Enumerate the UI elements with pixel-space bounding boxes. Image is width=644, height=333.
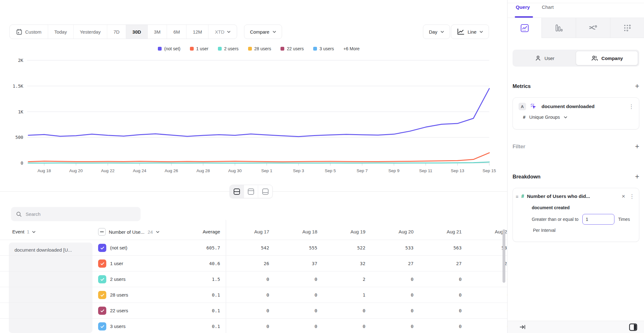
- range-3m[interactable]: 3M: [148, 25, 167, 39]
- row-value: 0: [414, 271, 462, 287]
- row-checkbox[interactable]: [98, 259, 106, 268]
- table-scrollbar[interactable]: [502, 229, 505, 283]
- row-checkbox[interactable]: [98, 244, 106, 252]
- chevron-down-icon: [156, 231, 159, 233]
- date-column-header[interactable]: Aug 20: [366, 224, 414, 240]
- row-value: 27: [414, 256, 462, 271]
- scope-user-button[interactable]: User: [514, 51, 576, 65]
- row-checkbox[interactable]: [98, 275, 106, 283]
- chevron-down-icon: [480, 31, 483, 33]
- range-custom[interactable]: Custom: [10, 25, 48, 39]
- main-content: CustomTodayYesterday7D30D3M6M12MXTD Comp…: [0, 0, 507, 333]
- scope-company-button[interactable]: Company: [576, 51, 638, 65]
- breakdown-card[interactable]: ≡ # Number of Users who did... × ⋮ docum…: [513, 188, 639, 242]
- select-all-checkbox[interactable]: [98, 228, 106, 236]
- hash-icon: #: [523, 115, 525, 120]
- range-xtd[interactable]: XTD: [208, 25, 237, 39]
- svg-text:0: 0: [21, 161, 23, 166]
- breakdown-menu-button[interactable]: ⋮: [629, 194, 635, 199]
- compare-button[interactable]: Compare: [244, 25, 282, 39]
- metric-measure-dropdown[interactable]: # Unique Groups: [513, 110, 639, 125]
- range-label: 7D: [114, 29, 119, 35]
- range-label: Yesterday: [80, 29, 101, 35]
- date-column-header[interactable]: Aug 18: [270, 224, 317, 240]
- row-checkbox[interactable]: [98, 322, 106, 330]
- interval-dropdown[interactable]: Day: [423, 25, 450, 39]
- row-value: 532: [463, 240, 507, 256]
- top-panel-icon: [247, 188, 254, 195]
- svg-text:Aug 26: Aug 26: [165, 168, 178, 173]
- condition-label[interactable]: Greater than or equal to: [532, 217, 579, 222]
- drag-handle-icon[interactable]: ≡: [516, 194, 519, 199]
- row-checkbox[interactable]: [98, 307, 106, 315]
- chart-type-line-tab[interactable]: [508, 18, 541, 38]
- table-row: 28 users0.1001000: [0, 287, 507, 303]
- row-value: 533: [366, 240, 414, 256]
- company-icon: [591, 55, 598, 61]
- remove-breakdown-button[interactable]: ×: [620, 193, 626, 200]
- row-value: 0: [414, 287, 462, 303]
- row-value: 0: [270, 271, 317, 287]
- range-yesterday[interactable]: Yesterday: [74, 25, 107, 39]
- table-row: 22 users0.1000000: [0, 303, 507, 319]
- breakdown-condition-row: Greater than or equal to Times: [513, 210, 639, 225]
- svg-text:1.5K: 1.5K: [13, 84, 23, 89]
- average-column-header: Average: [173, 224, 220, 240]
- date-column-header[interactable]: Aug 19: [318, 224, 365, 240]
- per-interval-label[interactable]: Per Interval: [513, 225, 639, 238]
- range-12m[interactable]: 12M: [186, 25, 208, 39]
- row-average: 605.7: [173, 240, 220, 256]
- chart-type-flow-tab[interactable]: [576, 18, 610, 38]
- row-average: 0.1: [173, 303, 220, 319]
- collapse-panel-icon[interactable]: [519, 324, 526, 330]
- event-column-header[interactable]: Event 1: [12, 224, 36, 240]
- metric-card-header: A document downloaded ⋮: [513, 98, 639, 110]
- layout-split-button[interactable]: [230, 185, 244, 198]
- chart-type-dropdown[interactable]: Line: [451, 25, 489, 39]
- table-row: 2 users1.5002000: [0, 271, 507, 287]
- chevron-down-icon: [564, 116, 567, 118]
- layout-bottom-button[interactable]: [258, 185, 272, 198]
- breakdown-event-name: document created: [513, 200, 639, 210]
- svg-text:2K: 2K: [18, 58, 23, 63]
- metric-menu-button[interactable]: ⋮: [629, 104, 634, 109]
- search-icon: [16, 211, 22, 217]
- row-average: 1.5: [173, 271, 220, 287]
- tab-chart[interactable]: Chart: [542, 4, 554, 10]
- svg-text:Sep 15: Sep 15: [483, 168, 496, 173]
- times-value-input[interactable]: [582, 214, 614, 225]
- breakdown-column-header[interactable]: Number of Use... 24: [98, 224, 159, 240]
- date-column-header[interactable]: Aug 21: [414, 224, 462, 240]
- check-icon: [100, 261, 105, 266]
- range-30d[interactable]: 30D: [126, 25, 148, 39]
- metric-card[interactable]: A document downloaded ⋮ # Unique Groups: [513, 97, 639, 129]
- range-7d[interactable]: 7D: [107, 25, 126, 39]
- range-label: Custom: [25, 29, 42, 35]
- chevron-down-icon: [441, 31, 444, 33]
- add-breakdown-button[interactable]: +: [635, 173, 639, 180]
- tab-query[interactable]: Query: [516, 4, 530, 10]
- chart-type-scatter-tab[interactable]: [610, 18, 644, 38]
- row-value: 2: [318, 271, 365, 287]
- row-value: 0: [270, 319, 317, 333]
- add-metric-button[interactable]: +: [635, 83, 639, 89]
- check-icon: [100, 292, 105, 298]
- range-today[interactable]: Today: [48, 25, 74, 39]
- add-filter-button[interactable]: +: [635, 143, 639, 150]
- layout-top-button[interactable]: [244, 185, 258, 198]
- row-checkbox[interactable]: [98, 291, 106, 299]
- breakdown-title: Breakdown: [513, 174, 541, 180]
- row-value: 32: [318, 256, 365, 271]
- row-value: 27: [366, 256, 414, 271]
- toggle-sidebar-icon[interactable]: [629, 323, 637, 331]
- date-column-header[interactable]: Aug 17: [222, 224, 269, 240]
- event-header-label: Event: [12, 224, 24, 240]
- chart-type-bar-tab[interactable]: [541, 18, 576, 38]
- search-input[interactable]: [25, 211, 136, 217]
- range-6m[interactable]: 6M: [167, 25, 186, 39]
- chevron-down-icon: [273, 31, 276, 33]
- breakdown-property-name: Number of Users who did...: [527, 194, 618, 199]
- check-icon: [100, 245, 105, 251]
- date-column-header[interactable]: Aug 22: [463, 224, 507, 240]
- metric-name: document downloaded: [541, 104, 625, 109]
